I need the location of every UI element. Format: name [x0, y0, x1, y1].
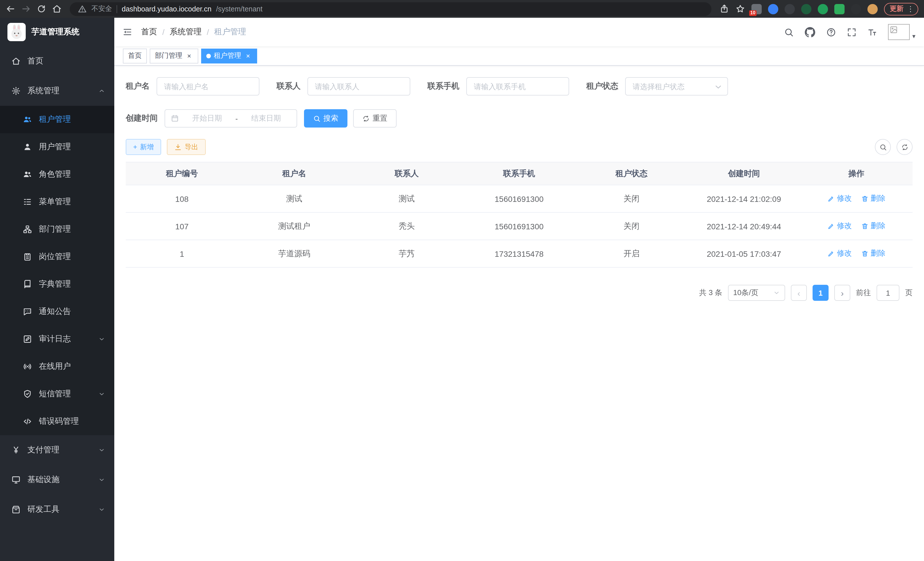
chevron-down-icon	[98, 506, 105, 513]
reset-button-label: 重置	[373, 113, 387, 123]
sidebar-menu: 首页 系统管理 租户管理 用户管理 角色管理	[0, 46, 114, 561]
kebab-menu-icon[interactable]: ⋮	[907, 5, 914, 13]
filter-contact: 联系人	[277, 77, 410, 96]
toggle-search-button[interactable]	[875, 139, 891, 155]
update-label: 更新	[890, 4, 903, 14]
extension-icon[interactable]	[768, 4, 778, 14]
chevron-down-icon	[98, 336, 105, 343]
tab-home[interactable]: 首页	[123, 48, 147, 63]
phone-input[interactable]	[466, 77, 569, 96]
extension-icon[interactable]	[801, 4, 812, 14]
github-icon[interactable]	[805, 27, 816, 38]
sidebar-item-audit-log[interactable]: 审计日志	[0, 325, 114, 353]
page-size-value: 10条/页	[733, 288, 758, 298]
col-tenant-id: 租户编号	[126, 162, 238, 185]
sidebar-item-home[interactable]: 首页	[0, 46, 114, 76]
bookmark-star-icon[interactable]	[735, 4, 745, 14]
breadcrumb-home[interactable]: 首页	[141, 27, 157, 37]
sidebar-item-dept-management[interactable]: 部门管理	[0, 216, 114, 243]
sidebar-item-error-code[interactable]: 错误码管理	[0, 408, 114, 435]
sidebar-item-post-management[interactable]: 岗位管理	[0, 243, 114, 271]
sidebar-item-infrastructure[interactable]: 基础设施	[0, 465, 114, 495]
prev-page-button[interactable]: ‹	[791, 285, 807, 301]
close-icon[interactable]: ×	[244, 52, 252, 60]
tab-tenant-management[interactable]: 租户管理 ×	[201, 48, 257, 63]
sidebar-item-label: 审计日志	[39, 334, 92, 344]
sidebar-item-notice[interactable]: 通知公告	[0, 298, 114, 325]
sidebar-item-system-management[interactable]: 系统管理	[0, 76, 114, 106]
table-row: 1 芋道源码 芋艿 17321315478 开启 2021-01-05 17:0…	[126, 240, 913, 267]
table-toolbar: + 新增 导出	[126, 139, 913, 155]
refresh-table-button[interactable]	[897, 139, 913, 155]
page-content: 租户名 联系人 联系手机 租户状态	[114, 66, 924, 561]
delete-link[interactable]: 删除	[861, 248, 885, 259]
cell-phone: 17321315478	[463, 240, 575, 267]
tenant-table: 租户编号 租户名 联系人 联系手机 租户状态 创建时间 操作 108 测试	[126, 162, 913, 268]
end-date-placeholder[interactable]: 结束日期	[241, 113, 291, 123]
close-icon[interactable]: ×	[185, 52, 193, 60]
edit-link[interactable]: 修改	[827, 194, 852, 204]
extension-icon[interactable]	[784, 4, 795, 14]
page-1-button[interactable]: 1	[813, 285, 829, 301]
reload-icon[interactable]	[37, 4, 46, 14]
date-range-picker[interactable]: 开始日期 - 结束日期	[165, 109, 297, 128]
status-select-input[interactable]	[625, 77, 728, 96]
user-avatar-menu[interactable]: ▾	[888, 24, 915, 40]
cell-name: 芋道源码	[238, 240, 350, 267]
sidebar-item-user-management[interactable]: 用户管理	[0, 133, 114, 161]
sidebar-item-online-users[interactable]: 在线用户	[0, 353, 114, 380]
sidebar-item-tenant-management[interactable]: 租户管理	[0, 106, 114, 133]
edit-link[interactable]: 修改	[827, 221, 852, 231]
delete-link[interactable]: 删除	[861, 194, 885, 204]
chrome-update-button[interactable]: 更新 ⋮	[884, 3, 918, 15]
monitor-icon	[11, 475, 21, 484]
tab-dept-management[interactable]: 部门管理 ×	[150, 48, 198, 63]
sidebar-item-sms-management[interactable]: 短信管理	[0, 380, 114, 408]
sidebar-item-dev-tools[interactable]: 研发工具	[0, 495, 114, 524]
sidebar-item-menu-management[interactable]: 菜单管理	[0, 188, 114, 216]
breadcrumb: 首页 / 系统管理 / 租户管理	[141, 27, 246, 37]
puzzle-extensions-icon[interactable]	[851, 4, 861, 14]
goto-page-input[interactable]	[877, 285, 899, 301]
extension-badge: 10	[749, 10, 757, 16]
cell-created: 2021-12-14 21:02:09	[688, 185, 800, 212]
start-date-placeholder[interactable]: 开始日期	[182, 113, 232, 123]
cell-status: 关闭	[575, 185, 688, 212]
extension-icon[interactable]: 10	[752, 4, 762, 14]
add-button[interactable]: + 新增	[126, 139, 161, 155]
font-size-icon[interactable]	[868, 27, 878, 37]
search-button[interactable]: 搜索	[304, 109, 347, 128]
back-icon[interactable]	[6, 4, 15, 14]
extension-icon[interactable]	[818, 4, 828, 14]
refresh-icon	[901, 143, 908, 151]
cell-id: 108	[126, 185, 238, 212]
security-label[interactable]: 不安全	[92, 4, 112, 14]
tenant-name-input[interactable]	[157, 77, 260, 96]
home-icon[interactable]	[52, 4, 62, 14]
fullscreen-icon[interactable]	[847, 27, 857, 37]
page-size-select[interactable]: 10条/页	[728, 285, 785, 301]
profile-avatar-icon[interactable]	[867, 4, 878, 14]
navbar-actions: ▾	[784, 24, 915, 40]
share-icon[interactable]	[719, 4, 729, 14]
forward-icon[interactable]	[21, 4, 31, 14]
tab-label: 租户管理	[214, 51, 241, 61]
sidebar-item-role-management[interactable]: 角色管理	[0, 161, 114, 188]
edit-link[interactable]: 修改	[827, 248, 852, 259]
search-icon[interactable]	[784, 27, 794, 37]
contact-input[interactable]	[308, 77, 410, 96]
help-icon[interactable]	[826, 27, 836, 37]
sidebar-item-payment-management[interactable]: 支付管理	[0, 435, 114, 465]
extension-icon[interactable]	[834, 4, 844, 14]
sidebar-logo[interactable]: 芋道管理系统	[0, 18, 114, 46]
breadcrumb-system[interactable]: 系统管理	[170, 27, 202, 37]
next-page-button[interactable]: ›	[834, 285, 850, 301]
export-button[interactable]: 导出	[167, 139, 206, 155]
sidebar-item-dict-management[interactable]: 字典管理	[0, 271, 114, 298]
collapse-sidebar-icon[interactable]	[123, 27, 132, 37]
status-select[interactable]	[625, 77, 728, 96]
delete-link[interactable]: 删除	[861, 221, 885, 231]
tab-label: 首页	[128, 51, 142, 61]
address-bar[interactable]: 不安全 dashboard.yudao.iocoder.cn/system/te…	[70, 2, 711, 16]
reset-button[interactable]: 重置	[353, 109, 397, 128]
